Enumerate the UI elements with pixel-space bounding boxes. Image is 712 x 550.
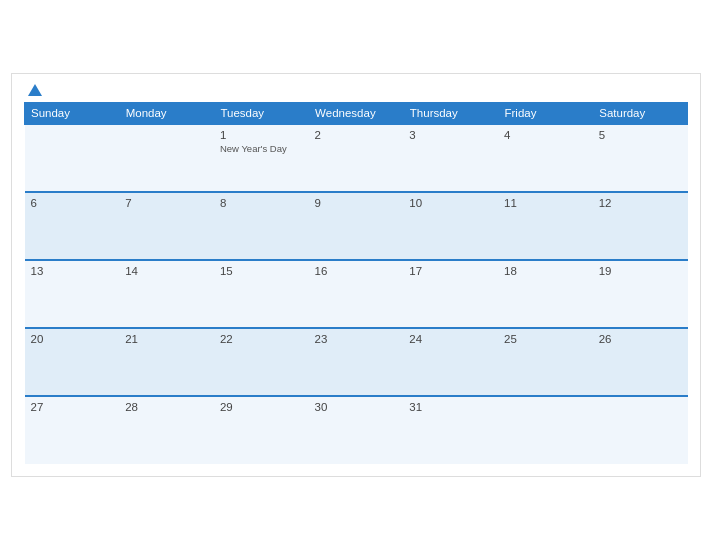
weekday-header-thursday: Thursday	[403, 103, 498, 125]
calendar-cell: 2	[309, 124, 404, 192]
calendar-header	[24, 84, 688, 96]
logo	[24, 84, 42, 96]
day-number: 3	[409, 129, 492, 141]
calendar-cell: 14	[119, 260, 214, 328]
day-number: 10	[409, 197, 492, 209]
calendar-cell: 19	[593, 260, 688, 328]
calendar-cell: 10	[403, 192, 498, 260]
day-number: 17	[409, 265, 492, 277]
day-number: 2	[315, 129, 398, 141]
calendar-cell: 24	[403, 328, 498, 396]
calendar-cell: 23	[309, 328, 404, 396]
day-number: 16	[315, 265, 398, 277]
week-row-3: 13141516171819	[25, 260, 688, 328]
calendar-cell: 25	[498, 328, 593, 396]
calendar-cell: 7	[119, 192, 214, 260]
calendar-cell: 9	[309, 192, 404, 260]
logo-blue-text	[24, 84, 42, 96]
day-number: 12	[599, 197, 682, 209]
calendar-cell: 12	[593, 192, 688, 260]
calendar-cell: 1New Year's Day	[214, 124, 309, 192]
calendar-container: SundayMondayTuesdayWednesdayThursdayFrid…	[11, 73, 701, 477]
day-number: 7	[125, 197, 208, 209]
calendar-cell: 18	[498, 260, 593, 328]
logo-triangle-icon	[28, 84, 42, 96]
calendar-cell: 27	[25, 396, 120, 464]
calendar-cell: 16	[309, 260, 404, 328]
day-number: 6	[31, 197, 114, 209]
day-number: 18	[504, 265, 587, 277]
day-number: 25	[504, 333, 587, 345]
day-number: 1	[220, 129, 303, 141]
calendar-cell: 4	[498, 124, 593, 192]
week-row-1: 1New Year's Day2345	[25, 124, 688, 192]
calendar-cell: 11	[498, 192, 593, 260]
calendar-cell: 31	[403, 396, 498, 464]
calendar-cell: 17	[403, 260, 498, 328]
weekday-header-tuesday: Tuesday	[214, 103, 309, 125]
day-number: 27	[31, 401, 114, 413]
day-number: 19	[599, 265, 682, 277]
day-number: 20	[31, 333, 114, 345]
calendar-cell: 6	[25, 192, 120, 260]
day-number: 28	[125, 401, 208, 413]
day-number: 30	[315, 401, 398, 413]
day-number: 15	[220, 265, 303, 277]
calendar-cell: 21	[119, 328, 214, 396]
day-number: 29	[220, 401, 303, 413]
week-row-4: 20212223242526	[25, 328, 688, 396]
weekday-header-row: SundayMondayTuesdayWednesdayThursdayFrid…	[25, 103, 688, 125]
week-row-2: 6789101112	[25, 192, 688, 260]
calendar-cell: 29	[214, 396, 309, 464]
day-number: 11	[504, 197, 587, 209]
weekday-header-saturday: Saturday	[593, 103, 688, 125]
day-number: 31	[409, 401, 492, 413]
weekday-header-monday: Monday	[119, 103, 214, 125]
calendar-cell: 15	[214, 260, 309, 328]
calendar-cell: 28	[119, 396, 214, 464]
day-number: 9	[315, 197, 398, 209]
day-number: 22	[220, 333, 303, 345]
day-number: 14	[125, 265, 208, 277]
calendar-cell: 13	[25, 260, 120, 328]
calendar-cell: 26	[593, 328, 688, 396]
calendar-cell: 20	[25, 328, 120, 396]
calendar-cell	[25, 124, 120, 192]
day-number: 23	[315, 333, 398, 345]
calendar-table: SundayMondayTuesdayWednesdayThursdayFrid…	[24, 102, 688, 464]
holiday-name: New Year's Day	[220, 143, 303, 154]
calendar-cell	[593, 396, 688, 464]
day-number: 24	[409, 333, 492, 345]
calendar-cell: 30	[309, 396, 404, 464]
calendar-cell	[119, 124, 214, 192]
day-number: 5	[599, 129, 682, 141]
day-number: 8	[220, 197, 303, 209]
calendar-cell	[498, 396, 593, 464]
weekday-header-friday: Friday	[498, 103, 593, 125]
calendar-cell: 3	[403, 124, 498, 192]
calendar-cell: 22	[214, 328, 309, 396]
day-number: 21	[125, 333, 208, 345]
weekday-header-sunday: Sunday	[25, 103, 120, 125]
weekday-header-wednesday: Wednesday	[309, 103, 404, 125]
day-number: 13	[31, 265, 114, 277]
week-row-5: 2728293031	[25, 396, 688, 464]
day-number: 26	[599, 333, 682, 345]
calendar-cell: 5	[593, 124, 688, 192]
calendar-cell: 8	[214, 192, 309, 260]
day-number: 4	[504, 129, 587, 141]
